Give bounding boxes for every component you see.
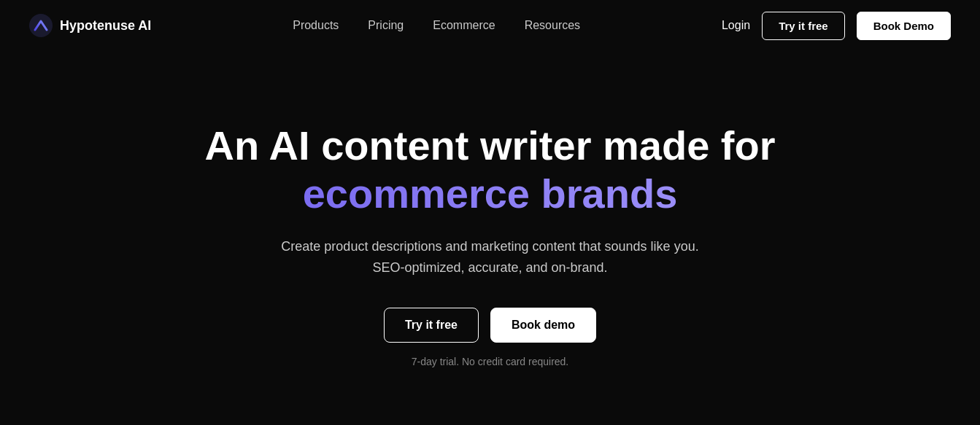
- hero-try-free-button[interactable]: Try it free: [384, 308, 479, 343]
- logo-link[interactable]: Hypotenuse AI: [29, 14, 151, 37]
- nav-book-demo-button[interactable]: Book Demo: [857, 12, 951, 40]
- logo-text: Hypotenuse AI: [60, 18, 151, 34]
- nav-try-free-button[interactable]: Try it free: [762, 12, 845, 40]
- hero-trial-note: 7-day trial. No credit card required.: [412, 356, 569, 367]
- nav-links: Products Pricing Ecommerce Resources: [293, 19, 580, 32]
- login-button[interactable]: Login: [722, 19, 750, 32]
- logo-icon: [29, 14, 53, 37]
- hero-title-line2: ecommerce brands: [303, 171, 678, 217]
- hero-buttons: Try it free Book demo: [384, 308, 596, 343]
- nav-item-products[interactable]: Products: [293, 19, 339, 31]
- svg-point-0: [29, 14, 53, 37]
- hero-title-line1: An AI content writer made for: [204, 123, 775, 168]
- hero-section: An AI content writer made for ecommerce …: [0, 51, 980, 425]
- nav-item-pricing[interactable]: Pricing: [368, 19, 404, 31]
- nav-item-resources[interactable]: Resources: [525, 19, 580, 31]
- hero-subtitle: Create product descriptions and marketin…: [281, 236, 698, 278]
- navbar: Hypotenuse AI Products Pricing Ecommerce…: [0, 0, 980, 51]
- nav-item-ecommerce[interactable]: Ecommerce: [433, 19, 495, 31]
- hero-subtitle-line2: SEO-optimized, accurate, and on-brand.: [372, 260, 607, 275]
- nav-actions: Login Try it free Book Demo: [722, 12, 951, 40]
- hero-book-demo-button[interactable]: Book demo: [490, 308, 596, 343]
- hero-subtitle-line1: Create product descriptions and marketin…: [281, 239, 698, 254]
